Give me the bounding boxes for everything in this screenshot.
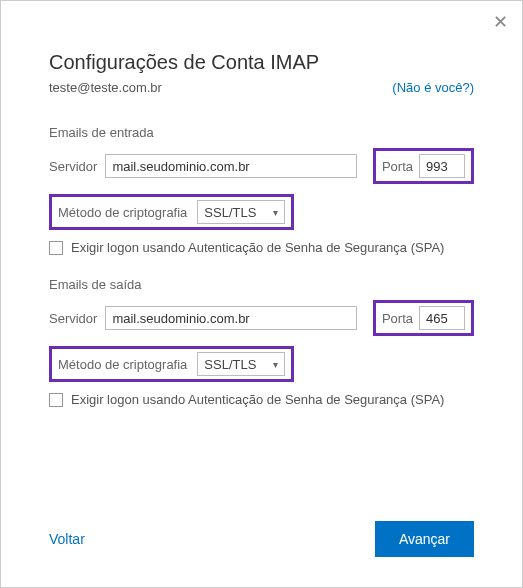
outgoing-server-label: Servidor: [49, 311, 97, 326]
outgoing-spa-label: Exigir logon usando Autenticação de Senh…: [71, 392, 444, 407]
outgoing-port-highlight: Porta: [373, 300, 474, 336]
incoming-port-highlight: Porta: [373, 148, 474, 184]
close-icon: ✕: [493, 12, 508, 32]
incoming-port-label: Porta: [382, 159, 413, 174]
incoming-spa-label: Exigir logon usando Autenticação de Senh…: [71, 240, 444, 255]
incoming-crypto-value: SSL/TLS: [204, 205, 256, 220]
outgoing-port-label: Porta: [382, 311, 413, 326]
outgoing-crypto-value: SSL/TLS: [204, 357, 256, 372]
outgoing-spa-row: Exigir logon usando Autenticação de Senh…: [49, 392, 474, 407]
outgoing-server-row: Servidor Porta: [49, 300, 474, 336]
incoming-server-input[interactable]: [105, 154, 357, 178]
dialog-footer: Voltar Avançar: [49, 521, 474, 557]
outgoing-section-label: Emails de saída: [49, 277, 474, 292]
close-button[interactable]: ✕: [493, 11, 508, 33]
incoming-crypto-highlight: Método de criptografia SSL/TLS ▾: [49, 194, 294, 230]
outgoing-crypto-select[interactable]: SSL/TLS ▾: [197, 352, 285, 376]
incoming-server-row: Servidor Porta: [49, 148, 474, 184]
incoming-spa-row: Exigir logon usando Autenticação de Senh…: [49, 240, 474, 255]
account-email: teste@teste.com.br: [49, 80, 162, 95]
dialog-title: Configurações de Conta IMAP: [49, 51, 474, 74]
chevron-down-icon: ▾: [273, 359, 278, 370]
incoming-spa-checkbox[interactable]: [49, 241, 63, 255]
subtitle-row: teste@teste.com.br (Não é você?): [49, 80, 474, 95]
incoming-section-label: Emails de entrada: [49, 125, 474, 140]
outgoing-spa-checkbox[interactable]: [49, 393, 63, 407]
outgoing-crypto-label: Método de criptografia: [58, 357, 187, 372]
imap-settings-dialog: ✕ Configurações de Conta IMAP teste@test…: [1, 1, 522, 587]
incoming-port-input[interactable]: [419, 154, 465, 178]
incoming-crypto-row: Método de criptografia SSL/TLS ▾: [49, 194, 474, 230]
incoming-crypto-select[interactable]: SSL/TLS ▾: [197, 200, 285, 224]
outgoing-crypto-highlight: Método de criptografia SSL/TLS ▾: [49, 346, 294, 382]
chevron-down-icon: ▾: [273, 207, 278, 218]
next-button[interactable]: Avançar: [375, 521, 474, 557]
outgoing-port-input[interactable]: [419, 306, 465, 330]
back-link[interactable]: Voltar: [49, 531, 85, 547]
incoming-server-label: Servidor: [49, 159, 97, 174]
not-you-link[interactable]: (Não é você?): [392, 80, 474, 95]
outgoing-server-input[interactable]: [105, 306, 357, 330]
outgoing-crypto-row: Método de criptografia SSL/TLS ▾: [49, 346, 474, 382]
incoming-crypto-label: Método de criptografia: [58, 205, 187, 220]
